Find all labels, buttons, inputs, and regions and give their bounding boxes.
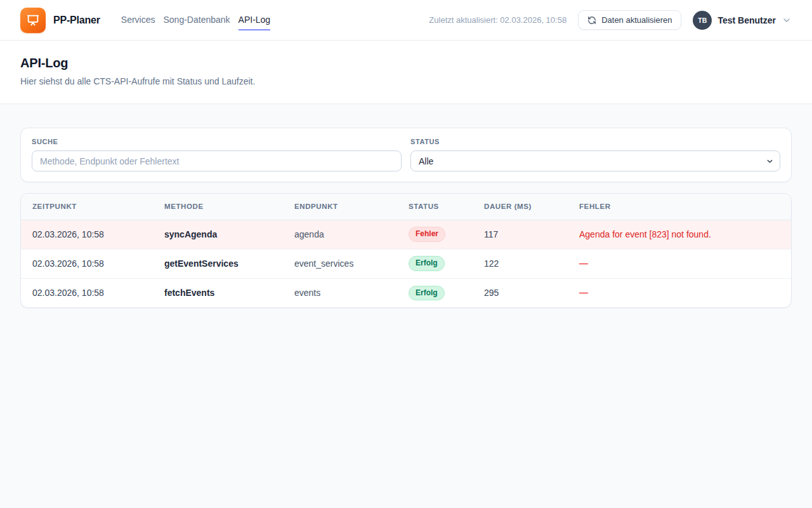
top-navbar: PP-Planer Services Song-Datenbank API-Lo… <box>0 0 812 41</box>
cell-method: fetchEvents <box>153 278 283 307</box>
cell-error: Agenda for event [823] not found. <box>568 220 791 249</box>
col-header-dauer: Dauer (ms) <box>473 194 568 220</box>
table-row: 02.03.2026, 10:58 fetchEvents events Erf… <box>21 278 791 307</box>
col-header-methode: Methode <box>153 194 283 220</box>
cell-method: syncAgenda <box>153 220 283 249</box>
search-input[interactable] <box>32 150 402 171</box>
user-menu[interactable]: TB Test Benutzer <box>693 11 792 30</box>
cell-timestamp: 02.03.2026, 10:58 <box>21 220 153 249</box>
nav-item-services[interactable]: Services <box>121 10 155 30</box>
col-header-fehler: Fehler <box>568 194 791 220</box>
cell-endpoint: events <box>283 278 397 307</box>
refresh-data-button[interactable]: Daten aktualisieren <box>578 10 681 30</box>
cell-endpoint: event_services <box>283 249 397 278</box>
cell-error: — <box>568 249 791 278</box>
page-title: API-Log <box>20 56 792 70</box>
status-field: Status Alle <box>410 138 780 171</box>
cell-status: Fehler <box>397 220 473 249</box>
nav-item-api-log[interactable]: API-Log <box>239 10 271 30</box>
page-subtitle: Hier siehst du alle CTS-API-Aufrufe mit … <box>20 76 792 86</box>
user-name: Test Benutzer <box>717 15 776 25</box>
last-updated-text: Zuletzt aktualisiert: 02.03.2026, 10:58 <box>429 15 566 25</box>
table-row: 02.03.2026, 10:58 getEventServices event… <box>21 249 791 278</box>
table-header-row: Zeitpunkt Methode Endpunkt Status Dauer … <box>21 194 791 220</box>
refresh-icon <box>587 16 596 25</box>
cell-duration: 295 <box>473 278 568 307</box>
brand-name: PP-Planer <box>53 15 100 26</box>
status-badge: Erfolg <box>409 286 445 300</box>
filter-card: Suche Status Alle <box>20 128 792 182</box>
col-header-endpunkt: Endpunkt <box>283 194 397 220</box>
cell-duration: 122 <box>473 249 568 278</box>
search-field: Suche <box>32 138 402 171</box>
chevron-down-icon <box>782 15 792 25</box>
cell-duration: 117 <box>473 220 568 249</box>
status-badge: Erfolg <box>409 256 445 271</box>
cell-status: Erfolg <box>397 278 473 307</box>
cell-method: getEventServices <box>153 249 283 278</box>
cell-error: — <box>568 278 791 307</box>
api-log-table: Zeitpunkt Methode Endpunkt Status Dauer … <box>21 194 791 307</box>
page-header: API-Log Hier siehst du alle CTS-API-Aufr… <box>0 41 812 104</box>
search-label: Suche <box>32 138 402 145</box>
table-row: 02.03.2026, 10:58 syncAgenda agenda Fehl… <box>21 220 791 249</box>
avatar: TB <box>693 11 712 30</box>
brand-link[interactable]: PP-Planer <box>20 8 100 33</box>
api-log-table-card: Zeitpunkt Methode Endpunkt Status Dauer … <box>20 193 792 308</box>
status-label: Status <box>410 138 780 145</box>
presentation-icon <box>26 13 40 27</box>
main-content: Suche Status Alle <box>0 104 812 308</box>
col-header-status: Status <box>397 194 473 220</box>
status-select[interactable]: Alle <box>410 150 780 171</box>
cell-timestamp: 02.03.2026, 10:58 <box>21 278 153 307</box>
cell-endpoint: agenda <box>283 220 397 249</box>
nav-item-song-datenbank[interactable]: Song-Datenbank <box>163 10 230 30</box>
cell-timestamp: 02.03.2026, 10:58 <box>21 249 153 278</box>
refresh-button-label: Daten aktualisieren <box>601 15 672 25</box>
main-nav: Services Song-Datenbank API-Log <box>121 10 270 30</box>
status-badge: Fehler <box>409 227 445 241</box>
col-header-zeitpunkt: Zeitpunkt <box>21 194 153 220</box>
cell-status: Erfolg <box>397 249 473 278</box>
app-logo <box>20 8 46 33</box>
